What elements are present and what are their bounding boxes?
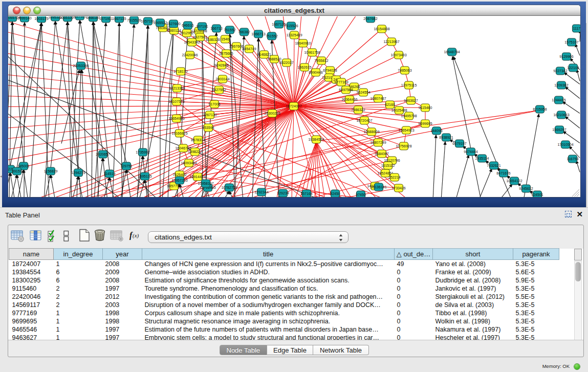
svg-text:5875685: 5875685	[219, 52, 233, 55]
svg-text:7515526: 7515526	[284, 24, 298, 28]
svg-text:16107573: 16107573	[168, 100, 184, 103]
svg-text:8990448: 8990448	[309, 71, 322, 74]
svg-text:8186328: 8186328	[206, 38, 220, 41]
svg-text:2099140: 2099140	[17, 16, 31, 20]
svg-text:6794028: 6794028	[323, 69, 337, 72]
svg-text:157164: 157164	[300, 192, 312, 195]
svg-text:3267130: 3267130	[203, 113, 216, 117]
svg-text:(x): (x)	[133, 232, 139, 239]
svg-text:62160: 62160	[385, 103, 395, 106]
svg-text:2803144: 2803144	[215, 77, 229, 81]
svg-text:19384554: 19384554	[308, 138, 324, 141]
svg-text:16154838: 16154838	[374, 27, 389, 31]
svg-text:1066713: 1066713	[251, 32, 265, 36]
svg-text:16046748: 16046748	[175, 146, 191, 150]
svg-text:25300203: 25300203	[264, 112, 280, 115]
svg-text:39157: 39157	[12, 169, 22, 173]
svg-text:9699695: 9699695	[418, 122, 432, 125]
svg-text:9245612: 9245612	[519, 187, 533, 190]
svg-text:6679197: 6679197	[452, 142, 466, 145]
svg-text:917006: 917006	[208, 102, 220, 106]
svg-text:1588520: 1588520	[267, 57, 281, 61]
svg-text:2935114: 2935114	[475, 157, 489, 160]
svg-text:16782759: 16782759	[221, 186, 237, 189]
svg-text:16210643: 16210643	[553, 113, 569, 117]
svg-text:953594: 953594	[202, 126, 214, 129]
svg-text:1498222: 1498222	[188, 150, 202, 154]
svg-text:8660124: 8660124	[167, 29, 181, 32]
svg-text:7625402: 7625402	[172, 173, 186, 177]
svg-text:1575107: 1575107	[564, 40, 578, 44]
svg-text:9474444: 9474444	[464, 150, 477, 154]
svg-text:1362615: 1362615	[297, 65, 311, 69]
svg-text:16648784: 16648784	[444, 50, 460, 54]
svg-text:9857791: 9857791	[167, 184, 181, 188]
svg-text:751552: 751552	[224, 28, 235, 32]
svg-text:1292344: 1292344	[254, 190, 268, 194]
svg-text:1003175: 1003175	[34, 17, 48, 20]
svg-text:1527602: 1527602	[73, 16, 86, 18]
svg-text:2367608: 2367608	[229, 45, 243, 48]
svg-text:16914479: 16914479	[189, 175, 205, 179]
svg-text:766382: 766382	[238, 30, 250, 34]
svg-text:1071911: 1071911	[99, 17, 113, 20]
svg-text:7632621: 7632621	[487, 164, 500, 167]
svg-text:6497568: 6497568	[339, 88, 353, 92]
svg-text:3624554: 3624554	[356, 91, 370, 94]
svg-text:8427552: 8427552	[212, 88, 226, 92]
svg-text:144095: 144095	[430, 129, 442, 133]
svg-text:9777169: 9777169	[334, 80, 348, 84]
svg-text:9146821: 9146821	[257, 53, 271, 56]
svg-text:20053346: 20053346	[73, 64, 89, 68]
svg-text:129234: 129234	[277, 191, 289, 195]
svg-text:10654122: 10654122	[506, 179, 522, 183]
svg-text:1569297: 1569297	[552, 128, 566, 132]
svg-text:9115460: 9115460	[419, 106, 432, 110]
svg-text:19654923: 19654923	[398, 128, 414, 132]
svg-text:17957253: 17957253	[171, 179, 187, 182]
svg-text:1667135: 1667135	[112, 17, 126, 20]
svg-text:8678334: 8678334	[191, 138, 205, 142]
svg-text:22420046: 22420046	[182, 53, 198, 57]
svg-text:107191: 107191	[196, 25, 208, 28]
svg-text:17975115: 17975115	[401, 83, 417, 87]
svg-text:12213369: 12213369	[169, 86, 185, 90]
svg-text:2020657: 2020657	[96, 152, 110, 156]
svg-text:15720407: 15720407	[356, 119, 372, 122]
svg-text:9227342: 9227342	[553, 69, 567, 73]
svg-text:19166825: 19166825	[171, 132, 187, 135]
svg-text:7955812: 7955812	[314, 59, 328, 62]
svg-text:10688609: 10688609	[363, 130, 379, 134]
svg-text:9463627: 9463627	[404, 99, 418, 102]
svg-text:97450: 97450	[356, 193, 366, 196]
svg-text:10025488: 10025488	[391, 108, 407, 112]
svg-text:166713: 166713	[210, 27, 222, 30]
svg-text:2718170: 2718170	[173, 70, 187, 73]
svg-text:1527600: 1527600	[166, 22, 180, 26]
svg-text:8322037: 8322037	[279, 61, 293, 64]
svg-text:6466160: 6466160	[86, 16, 100, 19]
svg-text:8938921: 8938921	[439, 136, 453, 139]
svg-text:18724007: 18724007	[286, 104, 301, 108]
svg-text:8454749: 8454749	[242, 47, 256, 51]
svg-text:1735992: 1735992	[136, 150, 149, 154]
svg-text:13495798: 13495798	[401, 114, 417, 118]
svg-text:10973493: 10973493	[390, 53, 406, 57]
svg-text:2087682: 2087682	[363, 17, 377, 20]
svg-text:15136141: 15136141	[371, 185, 386, 189]
svg-text:252214: 252214	[388, 176, 400, 179]
svg-text:1615112: 1615112	[381, 164, 395, 167]
svg-text:10756928: 10756928	[396, 144, 411, 148]
svg-text:13325419: 13325419	[286, 33, 302, 37]
svg-text:1244415: 1244415	[552, 98, 565, 102]
svg-text:116753: 116753	[567, 157, 579, 161]
svg-text:10961758: 10961758	[304, 51, 320, 54]
svg-text:18807249: 18807249	[370, 141, 386, 144]
svg-text:7515526: 7515526	[127, 18, 141, 22]
svg-text:19654925: 19654925	[168, 117, 184, 120]
svg-text:129751: 129751	[120, 164, 132, 168]
svg-text:10958107: 10958107	[198, 182, 213, 185]
svg-text:1209382: 1209382	[554, 83, 568, 87]
svg-text:10807487: 10807487	[370, 97, 386, 100]
svg-text:9129966: 9129966	[559, 55, 573, 58]
